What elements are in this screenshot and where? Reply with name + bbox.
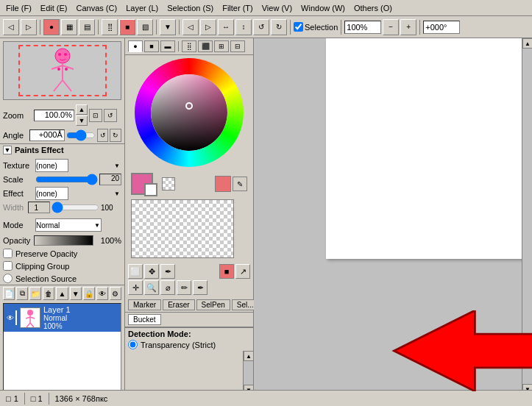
nav-down-btn[interactable]: ▼ bbox=[160, 19, 176, 35]
color-pick-1[interactable] bbox=[215, 176, 231, 192]
toolbar-btn-1[interactable]: ◁ bbox=[3, 19, 19, 35]
clipping-group-checkbox[interactable] bbox=[3, 261, 13, 271]
statusbar: □ 1 □ 1 1366 × 768пкс bbox=[0, 390, 532, 406]
zoom-plus-btn[interactable]: + bbox=[400, 19, 416, 35]
color-tab-circle[interactable]: ● bbox=[128, 40, 143, 52]
rotate2-btn[interactable]: ↻ bbox=[271, 19, 287, 35]
width-slider[interactable] bbox=[52, 202, 99, 213]
tab-eraser[interactable]: Eraser bbox=[163, 299, 194, 310]
eyedropper-btn[interactable]: ✎ bbox=[233, 177, 247, 191]
detection-radio[interactable] bbox=[128, 340, 138, 349]
tab-bucket[interactable]: Bucket bbox=[128, 314, 161, 325]
mode-select[interactable]: Normal bbox=[35, 218, 102, 232]
gradient-btn[interactable]: ▧ bbox=[137, 19, 153, 35]
opacity-bar[interactable] bbox=[34, 235, 93, 246]
color-tab-palette[interactable]: ⬛ bbox=[198, 40, 213, 52]
layer-visible-btn[interactable]: 👁 bbox=[96, 287, 108, 300]
transform-btn[interactable]: ✥ bbox=[144, 264, 159, 279]
texture-select[interactable]: (none) bbox=[35, 159, 68, 172]
eyedropper-tool-btn[interactable]: ✒ bbox=[160, 264, 175, 279]
mode-row: Mode Normal bbox=[3, 218, 121, 232]
brush-btn[interactable]: ✏ bbox=[177, 280, 191, 295]
layer-lock-btn[interactable]: 🔒 bbox=[83, 287, 95, 300]
move-btn[interactable]: ✛ bbox=[128, 280, 143, 295]
flip-v-btn[interactable]: ↕ bbox=[235, 19, 252, 35]
canvas-vscroll-up[interactable]: ▲ bbox=[522, 38, 532, 49]
layer-new-btn[interactable]: 📄 bbox=[3, 287, 15, 300]
svg-line-15 bbox=[30, 323, 34, 327]
menu-others[interactable]: Others (O) bbox=[350, 2, 397, 14]
arrow-btn[interactable]: ↗ bbox=[235, 264, 250, 279]
swatch-btn[interactable]: ■ bbox=[119, 19, 135, 35]
effect-label: Effect bbox=[3, 189, 34, 198]
layer-move-up-btn[interactable]: ▲ bbox=[56, 287, 68, 300]
layer-delete-btn[interactable]: 🗑 bbox=[43, 287, 54, 300]
sep-6 bbox=[341, 20, 341, 35]
color-hv-btn[interactable]: ▦ bbox=[61, 19, 77, 35]
layer-settings-btn[interactable]: ⚙ bbox=[110, 287, 121, 300]
vscroll-track[interactable] bbox=[244, 361, 253, 385]
color-tab-bar[interactable]: ▬ bbox=[160, 40, 175, 52]
menu-layer[interactable]: Layer (L) bbox=[121, 2, 163, 14]
angle-slider[interactable] bbox=[66, 129, 96, 141]
color-wheel-container bbox=[125, 55, 253, 171]
color-tab-extra1[interactable]: ⊞ bbox=[214, 40, 229, 52]
layer-copy-btn[interactable]: ⧉ bbox=[16, 287, 28, 300]
layer-move-down-btn[interactable]: ▼ bbox=[70, 287, 82, 300]
zoom-minus-btn[interactable]: − bbox=[383, 19, 399, 35]
zoom-up-btn[interactable]: ▲ bbox=[76, 104, 88, 115]
menu-window[interactable]: Window (W) bbox=[297, 2, 350, 14]
svg-line-13 bbox=[30, 317, 35, 318]
opacity-label: Opacity bbox=[3, 236, 32, 245]
color-tab-extra2[interactable]: ⊟ bbox=[230, 40, 245, 52]
select-rect-btn[interactable]: ⬜ bbox=[128, 264, 143, 279]
layer-mode: Normal bbox=[43, 314, 71, 322]
color-circle-btn[interactable]: ● bbox=[43, 19, 60, 35]
tab-selpen[interactable]: SelPen bbox=[196, 299, 230, 310]
collapse-btn[interactable]: ▼ bbox=[3, 146, 12, 154]
width-input[interactable] bbox=[28, 202, 50, 213]
lasso-btn[interactable]: ⌀ bbox=[160, 280, 175, 295]
zoom-tool-btn[interactable]: 🔍 bbox=[144, 280, 159, 295]
transparent-swatch[interactable] bbox=[162, 177, 175, 190]
zoom-reset-btn[interactable]: ⊡ bbox=[89, 109, 102, 122]
angle-input[interactable] bbox=[423, 21, 460, 34]
menu-canvas[interactable]: Canvas (C) bbox=[72, 2, 122, 14]
palette-btn[interactable]: ⣿ bbox=[102, 19, 118, 35]
zoom-input[interactable] bbox=[344, 21, 381, 34]
sub-color-swatch[interactable] bbox=[144, 183, 157, 196]
flip-h-btn[interactable]: ↔ bbox=[218, 19, 234, 35]
selection-checkbox[interactable] bbox=[294, 22, 303, 32]
menu-filter[interactable]: Filter (T) bbox=[218, 2, 258, 14]
vscroll-up[interactable]: ▲ bbox=[244, 351, 254, 361]
back-btn[interactable]: ◁ bbox=[182, 19, 199, 35]
effect-select[interactable]: (none) bbox=[35, 187, 68, 200]
menu-file[interactable]: File (F) bbox=[1, 2, 36, 14]
svg-line-4 bbox=[52, 65, 63, 69]
tab-marker[interactable]: Marker bbox=[128, 299, 161, 310]
forward-btn[interactable]: ▷ bbox=[200, 19, 216, 35]
menu-view[interactable]: View (V) bbox=[258, 2, 297, 14]
toolbar-btn-2[interactable]: ▷ bbox=[21, 19, 37, 35]
pen-btn[interactable]: ✒ bbox=[193, 280, 208, 295]
color-tab-square[interactable]: ■ bbox=[144, 40, 159, 52]
layer-item-1[interactable]: 👁 Layer 1 Normal 100% bbox=[4, 304, 121, 332]
sep-5 bbox=[290, 20, 291, 35]
angle-reset-btn[interactable]: ↺ bbox=[97, 129, 109, 142]
color-wheel-svg[interactable] bbox=[135, 58, 244, 167]
zoom-fit-btn[interactable]: ↺ bbox=[104, 109, 117, 122]
color-fill-btn[interactable]: ■ bbox=[219, 264, 234, 279]
selection-source-radio[interactable] bbox=[3, 274, 13, 283]
layer-folder-btn[interactable]: 📁 bbox=[29, 287, 41, 300]
detection-section: Detection Mode: Transparency (Strict) bbox=[125, 327, 253, 351]
scale-slider[interactable] bbox=[35, 174, 98, 185]
color-rect-btn[interactable]: ▤ bbox=[79, 19, 95, 35]
color-tab-grid[interactable]: ⣿ bbox=[182, 40, 196, 52]
menu-selection[interactable]: Selection (S) bbox=[163, 2, 218, 14]
menu-edit[interactable]: Edit (E) bbox=[36, 2, 72, 14]
status-dimensions: 1366 × 768пкс bbox=[55, 394, 108, 403]
rotate-btn[interactable]: ↺ bbox=[253, 19, 269, 35]
zoom-down-btn[interactable]: ▼ bbox=[76, 115, 88, 126]
preserve-opacity-checkbox[interactable] bbox=[3, 249, 13, 258]
angle-flip-btn[interactable]: ↻ bbox=[110, 129, 121, 142]
